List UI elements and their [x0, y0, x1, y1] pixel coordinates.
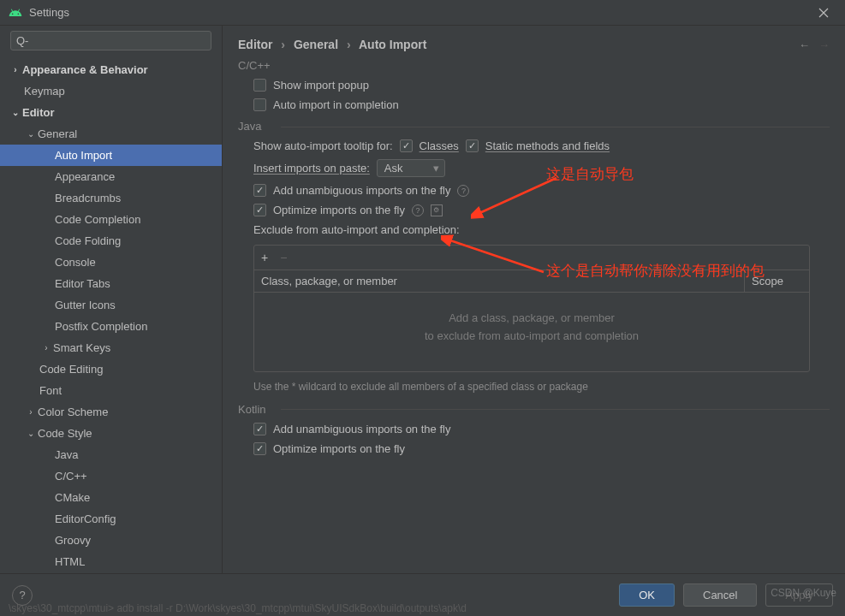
- tree-code-style-cmake[interactable]: CMake: [0, 487, 222, 508]
- tree-console[interactable]: Console: [0, 252, 222, 273]
- tree-general[interactable]: ⌄General: [0, 123, 222, 145]
- tree-appearance[interactable]: Appearance: [0, 166, 222, 187]
- tree-smart-keys[interactable]: ›Smart Keys: [0, 337, 222, 358]
- tree-item-label: General: [38, 127, 77, 140]
- checkbox-static[interactable]: [466, 139, 479, 152]
- dropdown-value: Ask: [384, 162, 403, 175]
- close-button[interactable]: [811, 0, 836, 26]
- ok-button[interactable]: OK: [619, 583, 675, 607]
- tree-item-label: Code Editing: [39, 363, 103, 376]
- tree-code-folding[interactable]: Code Folding: [0, 230, 222, 252]
- chevron-down-icon: ⌄: [24, 429, 38, 438]
- checkbox-optimize-imports[interactable]: [253, 204, 266, 216]
- tree-code-style-java[interactable]: Java: [0, 444, 222, 465]
- tree-postfix-completion[interactable]: Postfix Completion: [0, 316, 222, 337]
- tree-item-label: Editor: [22, 106, 55, 119]
- tree-editor-tabs[interactable]: Editor Tabs: [0, 273, 222, 294]
- table-header-class: Class, package, or member: [254, 270, 745, 292]
- section-kotlin: Kotlin: [238, 403, 830, 416]
- tree-appearance-behavior[interactable]: ›Appearance & Behavior: [0, 59, 222, 80]
- label-show-import-popup: Show import popup: [273, 79, 369, 92]
- tree-gutter-icons[interactable]: Gutter Icons: [0, 294, 222, 316]
- checkbox-auto-import-completion[interactable]: [253, 98, 266, 111]
- tree-code-style[interactable]: ⌄Code Style: [0, 423, 222, 444]
- chevron-right-icon: ›: [9, 65, 22, 74]
- nav-forward-icon: →: [818, 38, 830, 51]
- checkbox-add-unambiguous[interactable]: [253, 184, 266, 197]
- tree-item-label: Appearance: [55, 170, 115, 183]
- label-tooltip-for: Show auto-import tooltip for:: [253, 139, 393, 152]
- tree-code-style-cpp[interactable]: C/C++: [0, 465, 222, 487]
- checkbox-kotlin-optimize[interactable]: [253, 442, 266, 455]
- help-icon[interactable]: ?: [412, 204, 424, 216]
- tree-code-style-editorconfig[interactable]: EditorConfig: [0, 508, 222, 530]
- tree-code-completion[interactable]: Code Completion: [0, 209, 222, 230]
- tree-code-style-groovy[interactable]: Groovy: [0, 530, 222, 551]
- wildcard-hint: Use the * wildcard to exclude all member…: [253, 379, 596, 394]
- chevron-right-icon: ›: [24, 407, 38, 417]
- exclude-table: + − Class, package, or member Scope Add …: [253, 245, 810, 372]
- label-insert-imports: Insert imports on paste:: [253, 162, 370, 175]
- tree-item-label: Color Scheme: [38, 406, 108, 418]
- breadcrumb-part[interactable]: General: [294, 38, 338, 51]
- remove-button: −: [280, 251, 287, 264]
- breadcrumb-part[interactable]: Editor: [238, 38, 272, 51]
- tree-code-editing[interactable]: Code Editing: [0, 358, 222, 380]
- nav-back-icon[interactable]: ←: [799, 38, 810, 51]
- tree-item-label: Smart Keys: [53, 341, 110, 354]
- add-button[interactable]: +: [261, 251, 268, 264]
- section-ccpp-label: C/C++: [238, 59, 830, 72]
- tree-code-style-html[interactable]: HTML: [0, 551, 222, 572]
- checkbox-kotlin-add-unambiguous[interactable]: [253, 423, 266, 435]
- search-input[interactable]: [10, 31, 211, 50]
- dialog-button-bar: ? OK Cancel Apply: [0, 573, 845, 616]
- label-optimize-imports: Optimize imports on the fly: [273, 204, 405, 216]
- tree-item-label: Code Completion: [55, 213, 140, 226]
- tree-item-label: EditorConfig: [55, 512, 116, 525]
- help-button[interactable]: ?: [12, 585, 33, 606]
- label-static-methods: Static methods and fields: [485, 139, 610, 152]
- tree-font[interactable]: Font: [0, 380, 222, 401]
- tree-item-label: Code Style: [38, 427, 92, 440]
- table-header-scope: Scope: [745, 270, 809, 292]
- label-kotlin-add: Add unambiguous imports on the fly: [273, 423, 450, 435]
- tree-item-label: HTML: [55, 555, 85, 568]
- cancel-button[interactable]: Cancel: [683, 583, 757, 607]
- breadcrumb-separator: ›: [347, 38, 351, 51]
- chevron-down-icon: ⌄: [24, 129, 38, 139]
- watermark: CSDN @Kuye: [771, 587, 836, 599]
- tree-item-label: Auto Import: [55, 149, 112, 162]
- label-auto-import-completion: Auto import in completion: [273, 98, 399, 111]
- settings-content: Editor › General › Auto Import ← → C/C++…: [223, 26, 845, 573]
- tree-keymap[interactable]: Keymap: [0, 80, 222, 102]
- android-icon: [9, 6, 22, 20]
- breadcrumb: Editor › General › Auto Import: [238, 38, 426, 51]
- tree-item-label: Code Folding: [55, 234, 121, 247]
- chevron-right-icon: ›: [39, 343, 53, 352]
- tree-color-scheme[interactable]: ›Color Scheme: [0, 401, 222, 423]
- checkbox-classes[interactable]: [400, 139, 413, 152]
- tree-item-label: Groovy: [55, 534, 91, 547]
- help-icon[interactable]: ?: [457, 185, 469, 197]
- dropdown-insert-imports[interactable]: Ask: [377, 159, 445, 177]
- settings-sidebar: ›Appearance & Behavior Keymap ⌄Editor ⌄G…: [0, 26, 223, 573]
- tree-item-label: C/C++: [55, 470, 87, 483]
- breadcrumb-part: Auto Import: [359, 38, 426, 51]
- tree-item-label: Keymap: [24, 85, 65, 98]
- tree-editor[interactable]: ⌄Editor: [0, 102, 222, 123]
- settings-icon[interactable]: ⚙: [431, 204, 443, 216]
- section-java: Java: [238, 120, 830, 133]
- tree-item-label: Breadcrumbs: [55, 192, 121, 204]
- breadcrumb-separator: ›: [281, 38, 285, 51]
- chevron-down-icon: ⌄: [9, 108, 22, 117]
- window-title: Settings: [29, 6, 811, 19]
- label-exclude: Exclude from auto-import and completion:: [253, 223, 460, 236]
- tree-item-label: Console: [55, 256, 96, 269]
- label-kotlin-optimize: Optimize imports on the fly: [273, 442, 405, 455]
- label-classes: Classes: [420, 139, 459, 152]
- tree-breadcrumbs[interactable]: Breadcrumbs: [0, 187, 222, 209]
- close-icon: [818, 8, 829, 18]
- checkbox-show-import-popup[interactable]: [253, 79, 266, 92]
- tree-auto-import[interactable]: Auto Import: [0, 145, 222, 166]
- table-empty-state: Add a class, package, or member to exclu…: [254, 293, 809, 371]
